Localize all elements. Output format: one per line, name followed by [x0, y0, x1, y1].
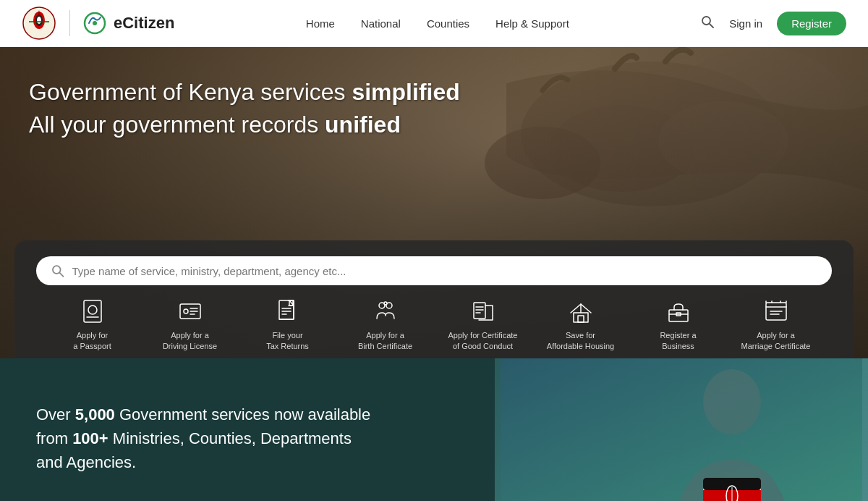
business-icon — [665, 298, 692, 324]
bottom-text4: Ministries, Counties, Departments — [109, 429, 352, 447]
svg-point-16 — [53, 266, 61, 274]
passport-icon — [80, 298, 106, 324]
quick-link-driving-label: Apply for aDriving License — [163, 330, 217, 351]
search-icon-button[interactable] — [700, 14, 715, 33]
search-input[interactable] — [72, 265, 817, 277]
logo-divider — [69, 10, 70, 36]
header: eCitizen Home National Counties Help & S… — [0, 0, 868, 47]
bottom-text2: Government services now available — [115, 405, 370, 424]
bottom-line2: from 100+ Ministries, Counties, Departme… — [36, 426, 370, 450]
logo-area: eCitizen — [22, 6, 174, 41]
svg-point-3 — [37, 17, 41, 24]
svg-rect-38 — [578, 316, 584, 322]
svg-line-9 — [710, 24, 713, 28]
svg-rect-33 — [474, 303, 485, 319]
marriage-icon — [763, 298, 789, 324]
search-icon — [700, 14, 715, 29]
quick-link-marriage[interactable]: Apply for aMarriage Certificate — [729, 298, 823, 351]
svg-point-8 — [702, 17, 710, 25]
svg-rect-51 — [501, 358, 862, 501]
svg-line-17 — [60, 273, 64, 277]
svg-point-19 — [88, 306, 97, 314]
search-panel: Apply fora Passport Apply for aDriving L… — [14, 240, 854, 358]
bottom-line1: Over 5,000 Government services now avail… — [36, 403, 370, 426]
bottom-highlight2: 100+ — [72, 429, 109, 447]
conduct-icon — [470, 298, 496, 324]
svg-rect-18 — [84, 300, 101, 322]
hero-bold2: unified — [325, 111, 401, 138]
quick-link-housing[interactable]: Save forAffordable Housing — [534, 298, 628, 351]
hero-bold1: simplified — [352, 79, 459, 105]
quick-link-passport-label: Apply fora Passport — [73, 330, 111, 351]
nav-help[interactable]: Help & Support — [495, 17, 569, 30]
quick-link-business-label: Register aBusiness — [660, 330, 696, 351]
driving-icon — [177, 298, 203, 324]
birth-icon — [373, 298, 399, 324]
quick-link-tax-label: File yourTax Returns — [266, 330, 309, 351]
bottom-image-area — [495, 358, 868, 501]
bottom-text-area: Over 5,000 Government services now avail… — [0, 358, 495, 501]
quick-link-passport[interactable]: Apply fora Passport — [46, 298, 140, 351]
svg-rect-37 — [574, 313, 588, 322]
hero-title-line2: All your government records — [29, 111, 325, 138]
search-bar[interactable] — [36, 256, 832, 285]
bottom-highlight1: 5,000 — [75, 405, 115, 424]
hero-section: Government of Kenya services simplified … — [0, 47, 868, 358]
svg-point-32 — [384, 302, 387, 305]
quick-link-tax[interactable]: File yourTax Returns — [241, 298, 335, 351]
bottom-text-content: Over 5,000 Government services now avail… — [36, 403, 370, 474]
tax-icon — [275, 298, 301, 324]
quick-link-conduct[interactable]: Apply for Certificateof Good Conduct — [436, 298, 530, 351]
svg-point-22 — [184, 309, 188, 313]
quick-link-housing-label: Save forAffordable Housing — [547, 330, 614, 351]
header-actions: Sign in Register — [700, 12, 846, 35]
nav-home[interactable]: Home — [306, 17, 335, 30]
kenya-emblem — [22, 6, 56, 41]
svg-point-7 — [93, 21, 97, 25]
bottom-image-svg — [495, 358, 868, 501]
bottom-line3: and Agencies. — [36, 450, 370, 474]
quick-links: Apply fora Passport Apply for aDriving L… — [36, 285, 832, 358]
signin-button[interactable]: Sign in — [729, 17, 762, 30]
logo-text: eCitizen — [114, 14, 174, 33]
search-bar-icon — [51, 264, 64, 278]
register-button[interactable]: Register — [777, 12, 846, 35]
bottom-section: Over 5,000 Government services now avail… — [0, 358, 868, 501]
main-nav: Home National Counties Help & Support — [174, 17, 700, 30]
quick-link-driving[interactable]: Apply for aDriving License — [143, 298, 237, 351]
nav-national[interactable]: National — [361, 17, 401, 30]
hero-title: Government of Kenya services simplified … — [29, 76, 463, 141]
quick-link-conduct-label: Apply for Certificateof Good Conduct — [448, 330, 518, 351]
housing-icon — [568, 298, 594, 324]
hero-title-line1: Government of Kenya services — [29, 79, 352, 105]
quick-link-birth[interactable]: Apply for aBirth Certificate — [339, 298, 433, 351]
svg-point-52 — [703, 369, 761, 434]
quick-link-birth-label: Apply for aBirth Certificate — [358, 330, 412, 351]
quick-link-business[interactable]: Register aBusiness — [631, 298, 726, 351]
nav-counties[interactable]: Counties — [427, 17, 469, 30]
quick-link-marriage-label: Apply for aMarriage Certificate — [741, 330, 811, 351]
ecitizen-icon — [83, 12, 106, 35]
